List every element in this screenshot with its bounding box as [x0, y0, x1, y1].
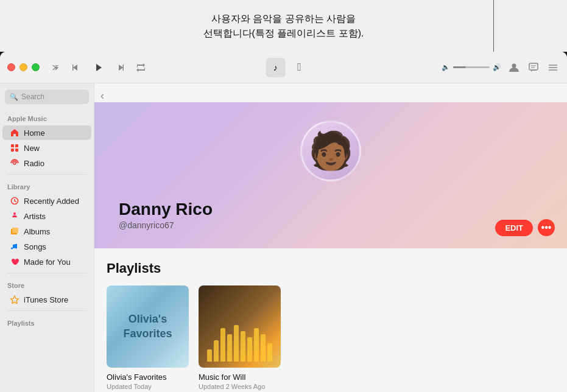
profile-header: 🧑🏾 Danny Rico @dannyrico67 EDIT ••• — [94, 102, 567, 248]
olivias-favorites-updated: Updated Today — [107, 383, 189, 390]
sidebar-item-songs-label: Songs — [24, 242, 46, 251]
waveform-bar — [241, 331, 245, 362]
waveform-bar — [247, 337, 252, 362]
music-note-button[interactable]: ♪ — [266, 58, 285, 77]
sidebar-item-recently-added[interactable]: Recently Added — [2, 194, 91, 208]
sidebar-divider-2 — [7, 273, 86, 273]
profile-handle: @dannyrico67 — [119, 220, 213, 230]
volume-low-icon: 🔈 — [442, 63, 450, 71]
new-icon — [10, 143, 19, 153]
back-button[interactable]: ‹ — [100, 89, 104, 102]
waveform-bar — [207, 349, 212, 362]
playlists-section-title: Playlists — [107, 261, 555, 276]
sidebar: 🔍 Search Apple Music Home — [0, 83, 94, 392]
avatar-image: 🧑🏾 — [308, 133, 354, 169]
artists-icon — [10, 211, 19, 221]
waveform-bar — [254, 328, 259, 362]
sidebar-divider-1 — [7, 174, 86, 175]
albums-icon — [10, 226, 19, 236]
sidebar-item-radio[interactable]: Radio — [2, 156, 91, 170]
olivias-favorites-cover: Olivia's Favorites — [107, 285, 189, 368]
minimize-button[interactable] — [19, 63, 27, 71]
sidebar-item-itunes-store[interactable]: iTunes Store — [2, 292, 91, 307]
itunes-store-icon — [10, 295, 19, 304]
music-note-icon: ♪ — [273, 63, 278, 72]
music-for-will-updated: Updated 2 Weeks Ago — [199, 383, 281, 390]
repeat-button[interactable] — [135, 61, 147, 74]
app-window: ♪  🔈 🔊 — [0, 52, 567, 392]
playlists-section: Playlists Olivia's Favorites Olivia's Fa… — [94, 248, 567, 392]
svg-rect-10 — [15, 149, 18, 152]
annotation-area: 사용자와 음악을 공유하는 사람을 선택합니다(특정 플레이리스트 포함). — [0, 0, 567, 52]
svg-rect-1 — [529, 63, 538, 70]
olivias-favorites-name: Olivia's Favorites — [107, 373, 189, 382]
profile-actions: EDIT ••• — [495, 219, 555, 236]
music-for-will-name: Music for Will — [199, 373, 281, 382]
profile-avatar: 🧑🏾 — [300, 121, 361, 181]
close-button[interactable] — [7, 63, 15, 71]
sidebar-item-home[interactable]: Home — [2, 125, 91, 140]
annotation-text: 사용자와 음악을 공유하는 사람을 선택합니다(특정 플레이리스트 포함). — [203, 12, 364, 41]
home-icon — [10, 128, 19, 138]
svg-rect-7 — [11, 144, 14, 147]
sidebar-item-made-for-you[interactable]: Made for You — [2, 254, 91, 269]
profile-info: Danny Rico @dannyrico67 — [119, 194, 213, 230]
svg-rect-14 — [12, 228, 18, 233]
waveform-bar — [227, 334, 232, 362]
toolbar-right: 🔈 🔊 — [442, 61, 560, 74]
volume-control: 🔈 🔊 — [442, 63, 501, 71]
main-content: 🔍 Search Apple Music Home — [0, 83, 567, 392]
svg-point-0 — [512, 63, 516, 68]
sidebar-item-albums[interactable]: Albums — [2, 224, 91, 239]
list-view-button[interactable] — [546, 61, 560, 74]
title-bar: ♪  🔈 🔊 — [0, 52, 567, 83]
made-for-you-icon — [10, 257, 19, 267]
volume-slider[interactable] — [453, 66, 490, 68]
rewind-button[interactable] — [70, 61, 82, 74]
play-button[interactable] — [91, 60, 105, 75]
sidebar-item-new[interactable]: New — [2, 141, 91, 155]
lyrics-button[interactable] — [527, 61, 540, 74]
sidebar-section-library: Library — [0, 178, 94, 193]
waveform-bar — [234, 325, 239, 362]
traffic-lights — [7, 63, 40, 71]
profile-name: Danny Rico — [119, 200, 213, 219]
playlist-item-music-for-will[interactable]: Music for Will Updated 2 Weeks Ago — [199, 285, 281, 390]
sidebar-item-songs[interactable]: Songs — [2, 239, 91, 254]
fast-forward-button[interactable] — [114, 61, 126, 74]
sidebar-item-itunes-store-label: iTunes Store — [24, 295, 68, 304]
radio-icon — [10, 158, 19, 168]
maximize-button[interactable] — [32, 63, 40, 71]
search-label: Search — [21, 93, 44, 101]
annotation-line1: 사용자와 음악을 공유하는 사람을 — [211, 13, 356, 24]
profile-button[interactable] — [507, 61, 521, 74]
sidebar-item-made-for-you-label: Made for You — [24, 257, 71, 267]
music-for-will-cover — [199, 285, 281, 368]
svg-point-11 — [13, 162, 16, 164]
volume-high-icon: 🔊 — [493, 63, 501, 71]
annotation-line-indicator — [493, 0, 494, 52]
waveform-bar — [267, 343, 272, 362]
sidebar-item-artists[interactable]: Artists — [2, 209, 91, 223]
svg-rect-8 — [15, 144, 18, 147]
search-box[interactable]: 🔍 Search — [5, 89, 89, 104]
playback-controls — [49, 60, 147, 75]
svg-rect-9 — [11, 149, 14, 152]
more-button[interactable]: ••• — [538, 219, 555, 236]
sidebar-item-new-label: New — [24, 144, 40, 153]
playlists-grid: Olivia's Favorites Olivia's Favorites Up… — [107, 285, 555, 390]
recently-added-icon — [10, 196, 19, 206]
sidebar-section-apple-music: Apple Music — [0, 110, 94, 125]
volume-fill — [453, 66, 466, 68]
shuffle-button[interactable] — [49, 61, 62, 74]
toolbar-center: ♪  — [266, 58, 301, 77]
content-area: ‹ 🧑🏾 Danny Rico @dannyrico67 EDIT ••• — [94, 83, 567, 392]
waveform-bar — [214, 340, 219, 362]
edit-button[interactable]: EDIT — [495, 220, 533, 236]
sidebar-item-artists-label: Artists — [24, 212, 46, 221]
search-icon: 🔍 — [10, 93, 18, 101]
sidebar-item-home-label: Home — [24, 128, 45, 138]
waveform-bar — [220, 328, 225, 362]
playlist-item-olivias-favorites[interactable]: Olivia's Favorites Olivia's Favorites Up… — [107, 285, 189, 390]
sidebar-section-playlists: Playlists — [0, 315, 94, 329]
